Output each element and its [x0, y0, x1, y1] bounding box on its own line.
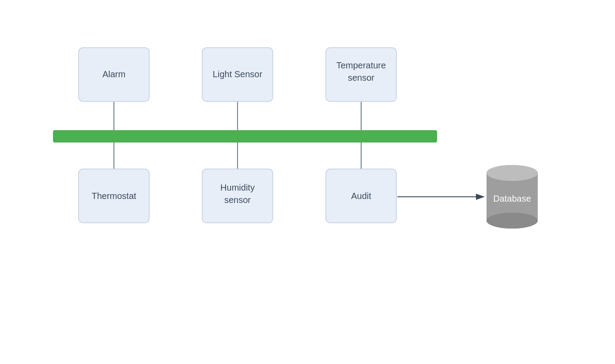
bus-bar — [53, 130, 437, 143]
database-top-visible — [487, 165, 538, 181]
temperature-sensor-line2: sensor — [348, 73, 374, 83]
audit-label: Audit — [351, 191, 371, 201]
alarm-label: Alarm — [102, 69, 125, 79]
humidity-sensor-line1: Humidity — [220, 183, 255, 192]
humidity-sensor-line2: sensor — [224, 195, 251, 205]
thermostat-label: Thermostat — [91, 191, 136, 201]
light-sensor-label: Light Sensor — [213, 69, 263, 79]
database-bottom-visible — [487, 213, 538, 229]
diagram-container: Alarm Light Sensor Temperature sensor Th… — [0, 0, 615, 364]
database-label: Database — [493, 194, 531, 203]
temperature-sensor-line1: Temperature — [336, 60, 386, 70]
